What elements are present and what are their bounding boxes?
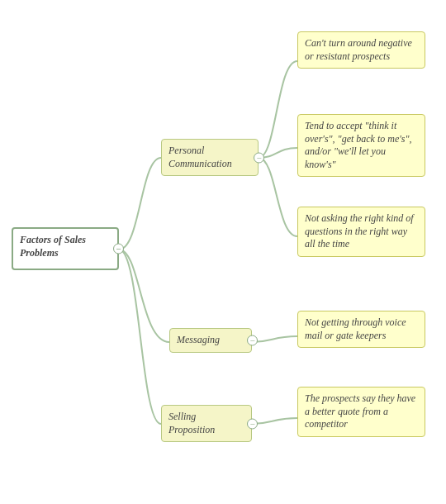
leaf-label-3: Not asking the right kind of questions i… [305,212,414,250]
root-node: Factors of Sales Problems − [12,227,119,270]
mid2-collapse-btn[interactable]: − [247,335,258,345]
mid-node-2: Messaging − [169,328,252,353]
leaf-label-2: Tend to accept "think it over's", "get b… [305,120,412,170]
leaf-node-2: Tend to accept "think it over's", "get b… [297,114,425,177]
leaf-node-4: Not getting through voice mail or gate k… [297,311,425,348]
leaf-label-5: The prospects say they have a better quo… [305,392,415,430]
mid-node-3: Selling Proposition − [161,405,252,442]
leaf-label-1: Can't turn around negative or resistant … [305,37,412,62]
leaf-node-5: The prospects say they have a better quo… [297,387,425,437]
mid-node-1: Personal Communication − [161,139,259,176]
root-label: Factors of Sales Problems [20,234,86,259]
mid3-collapse-btn[interactable]: − [247,418,258,429]
leaf-label-4: Not getting through voice mail or gate k… [305,316,406,341]
leaf-node-3: Not asking the right kind of questions i… [297,207,425,257]
mid1-collapse-btn[interactable]: − [254,152,264,163]
mind-map-diagram: Factors of Sales Problems − Personal Com… [0,0,446,504]
mid-label-1: Personal Communication [168,145,232,169]
root-collapse-btn[interactable]: − [113,244,124,254]
mid-label-3: Selling Proposition [168,411,215,435]
leaf-node-1: Can't turn around negative or resistant … [297,31,425,69]
mid-label-2: Messaging [177,334,220,345]
